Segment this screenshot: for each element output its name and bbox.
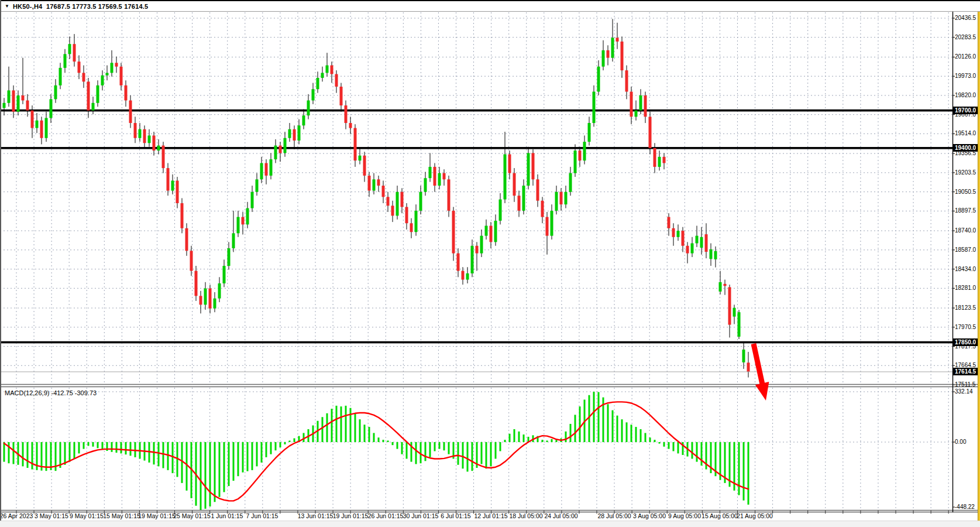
chart-canvas[interactable] xyxy=(0,0,980,527)
window-left-border xyxy=(0,0,1,527)
price-axis[interactable] xyxy=(953,12,978,510)
symbol-ohlc-readout: HK50-,H4 17687.5 17773.5 17569.5 17614.5 xyxy=(13,3,148,10)
sell-arrow-annotation[interactable] xyxy=(755,382,769,401)
time-axis[interactable] xyxy=(0,510,953,521)
window-bottom-strip xyxy=(0,521,980,527)
window-accent-stripe xyxy=(978,12,980,521)
symbol-dropdown-icon[interactable]: ▼ xyxy=(5,1,9,12)
trading-chart-window: MACD(12,26,9) -412.75 -309.73 20436.5202… xyxy=(0,0,980,527)
chart-title-bar: ▼ HK50-,H4 17687.5 17773.5 17569.5 17614… xyxy=(0,0,980,12)
